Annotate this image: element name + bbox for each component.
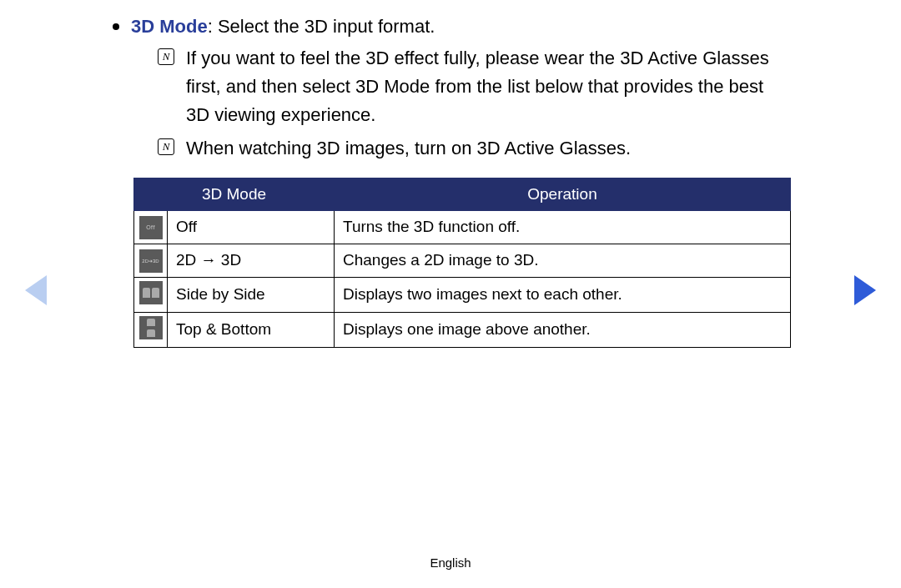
heading-label: 3D Mode xyxy=(131,16,208,37)
mode-operation: Displays two images next to each other. xyxy=(335,277,791,312)
note-row: N If you want to feel the 3D effect full… xyxy=(158,44,788,129)
mode-operation: Turns the 3D function off. xyxy=(335,210,791,244)
prev-page-arrow-icon[interactable] xyxy=(25,275,47,305)
table-row: Off Off Turns the 3D function off. xyxy=(134,210,791,244)
heading-row: 3D Mode: Select the 3D input format. xyxy=(113,15,788,39)
next-page-arrow-icon[interactable] xyxy=(854,275,876,305)
th-operation: Operation xyxy=(335,178,791,210)
heading-rest: : Select the 3D input format. xyxy=(208,16,435,37)
table-header-row: 3D Mode Operation xyxy=(134,178,791,210)
bullet-dot-icon xyxy=(113,23,119,30)
table-row: Side by Side Displays two images next to… xyxy=(134,277,791,312)
mode-operation: Changes a 2D image to 3D. xyxy=(335,244,791,277)
mode-operation: Displays one image above another. xyxy=(335,312,791,347)
mode-name: Off xyxy=(168,210,335,244)
off-icon: Off xyxy=(139,216,163,239)
top-bottom-icon xyxy=(139,316,163,339)
mode-icon-cell: Off xyxy=(134,210,168,244)
side-by-side-icon xyxy=(139,281,163,304)
table-row: Top & Bottom Displays one image above an… xyxy=(134,312,791,347)
footer-language: English xyxy=(0,555,901,570)
note-text: If you want to feel the 3D effect fully,… xyxy=(186,44,788,129)
mode-table: 3D Mode Operation Off Off Turns the 3D f… xyxy=(133,178,791,348)
mode-icon-cell: 2D➔3D xyxy=(134,244,168,277)
manual-page: 3D Mode: Select the 3D input format. N I… xyxy=(0,0,901,588)
content-block: 3D Mode: Select the 3D input format. N I… xyxy=(113,15,788,348)
mode-name: Top & Bottom xyxy=(168,312,335,347)
mode-icon-cell xyxy=(134,277,168,312)
note-icon: N xyxy=(158,48,174,65)
mode-icon-cell xyxy=(134,312,168,347)
note-icon: N xyxy=(158,138,174,155)
mode-name: Side by Side xyxy=(168,277,335,312)
table-row: 2D➔3D 2D → 3D Changes a 2D image to 3D. xyxy=(134,244,791,277)
mode-name: 2D → 3D xyxy=(168,244,335,277)
2d-to-3d-icon: 2D➔3D xyxy=(139,249,163,273)
note-text: When watching 3D images, turn on 3D Acti… xyxy=(186,134,788,163)
note-row: N When watching 3D images, turn on 3D Ac… xyxy=(158,134,788,163)
heading-text: 3D Mode: Select the 3D input format. xyxy=(131,15,435,39)
th-mode: 3D Mode xyxy=(134,178,335,210)
